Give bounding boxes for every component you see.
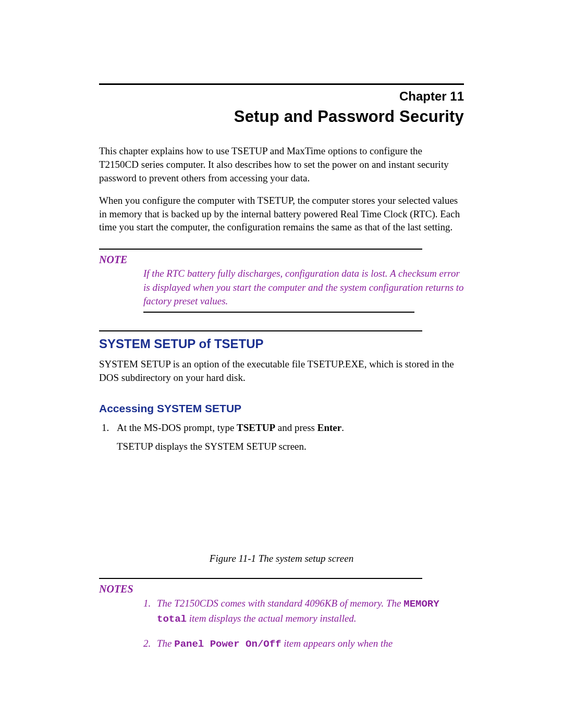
notes-item-1-num: 1. xyxy=(143,596,157,627)
intro-paragraph-2: When you configure the computer with TSE… xyxy=(99,194,464,234)
note-content: If the RTC battery fully discharges, con… xyxy=(143,267,464,309)
notes-item-2-a: The xyxy=(157,638,174,649)
notes-label: NOTES xyxy=(99,582,464,596)
header-rule xyxy=(99,83,464,85)
notes-item-2-text: The Panel Power On/Off item appears only… xyxy=(157,636,393,652)
notes-item-1-text: The T2150CDS comes with standard 4096KB … xyxy=(157,596,464,627)
section1-paragraph: SYSTEM SETUP is an option of the executa… xyxy=(99,357,464,384)
steps-list: At the MS-DOS prompt, type TSETUP and pr… xyxy=(112,421,464,453)
notes-item-1: 1. The T2150CDS comes with standard 4096… xyxy=(143,596,464,627)
section-rule-1 xyxy=(99,330,422,331)
step-1-text-b: and press xyxy=(275,422,317,433)
notes-item-1-a: The T2150CDS comes with standard 4096KB … xyxy=(157,598,403,609)
chapter-title: Setup and Password Security xyxy=(99,106,464,128)
notes-item-1-b: item displays the actual memory installe… xyxy=(187,613,357,624)
notes-item-2-b: item appears only when the xyxy=(281,638,393,649)
figure-caption: Figure 11-1 The system setup screen xyxy=(99,552,464,565)
note-block: NOTE If the RTC battery fully discharges… xyxy=(99,249,464,313)
chapter-label: Chapter 11 xyxy=(99,88,464,105)
notes-item-2: 2. The Panel Power On/Off item appears o… xyxy=(143,636,464,652)
section-heading-system-setup: SYSTEM SETUP of TSETUP xyxy=(99,336,464,352)
step-1-bold-tsetup: TSETUP xyxy=(237,422,275,433)
notes-item-2-mono: Panel Power On/Off xyxy=(174,638,281,650)
step-1-sub: TSETUP displays the SYSTEM SETUP screen. xyxy=(117,440,464,453)
notes-list: 1. The T2150CDS comes with standard 4096… xyxy=(143,596,464,652)
note-label: NOTE xyxy=(99,253,464,267)
intro-paragraph-1: This chapter explains how to use TSETUP … xyxy=(99,144,464,184)
subsection-heading-accessing: Accessing SYSTEM SETUP xyxy=(99,401,464,416)
note-top-rule xyxy=(99,249,422,250)
notes-top-rule xyxy=(99,578,422,579)
notes-item-2-num: 2. xyxy=(143,636,157,652)
step-1-bold-enter: Enter xyxy=(317,422,341,433)
step-1: At the MS-DOS prompt, type TSETUP and pr… xyxy=(112,421,464,453)
step-1-text-a: At the MS-DOS prompt, type xyxy=(117,422,237,433)
note-bottom-rule xyxy=(143,312,414,313)
step-1-text-c: . xyxy=(341,422,344,433)
